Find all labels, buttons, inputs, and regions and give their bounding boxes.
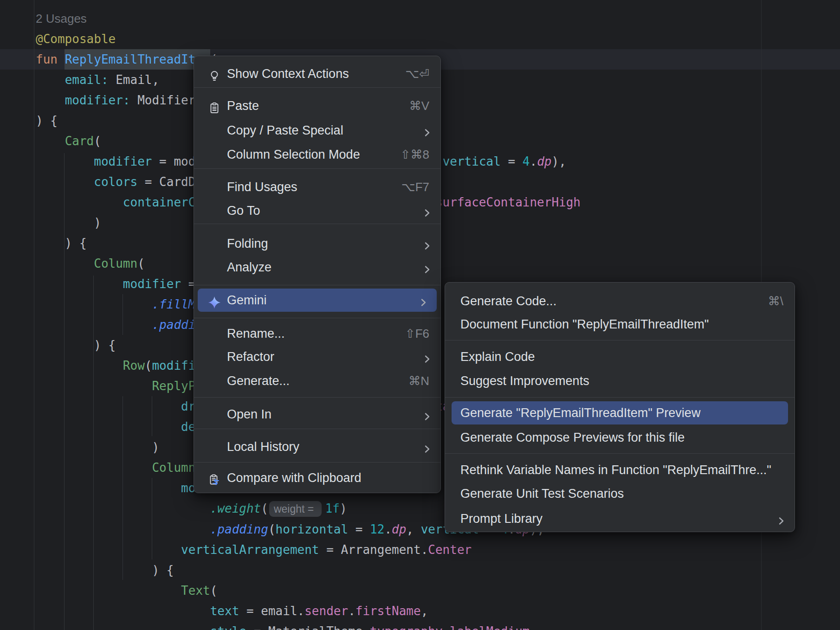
menu-item-analyze[interactable]: Analyze [194, 255, 440, 279]
menu-item-shortcut: ⇧⌘8 [401, 142, 429, 167]
code-token [36, 277, 123, 291]
code-token [36, 297, 152, 311]
code-token: style [210, 624, 246, 630]
menu-item-label: Folding [227, 231, 268, 256]
code-token: ), [551, 154, 566, 168]
code-token: , [406, 522, 420, 536]
menu-item-compare-with-clipboard[interactable]: Compare with Clipboard [194, 466, 440, 490]
chevron-right-icon [420, 237, 434, 251]
code-token [36, 195, 123, 209]
menu-item-generate[interactable]: Generate...⌘N [194, 369, 440, 393]
menu-item-open-in[interactable]: Open In [194, 402, 440, 426]
menu-separator [445, 340, 795, 341]
code-token: = Arrangement. [319, 543, 428, 557]
code-token: 12 [370, 522, 384, 536]
menu-item-show-context-actions[interactable]: Show Context Actions⌥⏎ [194, 62, 440, 86]
code-token: Column [94, 257, 137, 270]
code-token [36, 399, 181, 413]
menu-item-generate-compose-previews[interactable]: Generate Compose Previews for this file [445, 425, 795, 450]
menu-separator [194, 429, 440, 429]
chevron-right-icon [420, 440, 434, 454]
code-token: ) { [36, 236, 87, 250]
code-token: = email. [239, 604, 304, 618]
menu-item-generate-preview[interactable]: Generate "ReplyEmailThreadItem" Preview [452, 401, 788, 424]
menu-item-label: Gemini [227, 289, 267, 312]
menu-separator [445, 397, 795, 398]
menu-separator [194, 224, 440, 224]
code-token: Card [65, 134, 94, 148]
code-token [36, 522, 210, 536]
lightbulb-icon [207, 67, 221, 81]
gemini-star-icon [207, 294, 221, 308]
menu-item-label: Refactor [227, 345, 274, 369]
menu-item-label: Compare with Clipboard [227, 466, 362, 490]
code-token: ( [261, 501, 268, 515]
menu-item-folding[interactable]: Folding [194, 231, 440, 256]
code-token: . [348, 604, 355, 618]
code-token: Email, [109, 73, 160, 87]
code-token: modifier [123, 277, 181, 291]
menu-item-label: Analyze [227, 255, 271, 279]
menu-item-prompt-library[interactable]: Prompt Library [445, 507, 795, 531]
menu-item-generate-unit-test-scenarios[interactable]: Generate Unit Test Scenarios [445, 482, 795, 506]
code-token: Text [181, 584, 210, 598]
menu-item-document-function[interactable]: Document Function "ReplyEmailThreadItem" [445, 312, 795, 336]
menu-item-label: Column Selection Mode [227, 142, 360, 167]
menu-item-rename[interactable]: Rename...⇧F6 [194, 321, 440, 346]
menu-item-label: Generate Code... [460, 289, 556, 313]
menu-item-shortcut: ⌘V [409, 94, 429, 118]
code-token [36, 257, 94, 270]
menu-item-shortcut: ⌘N [408, 369, 429, 393]
code-token [36, 318, 152, 332]
code-token [36, 93, 65, 107]
code-token: colors [94, 175, 137, 189]
menu-item-shortcut: ⇧F6 [405, 321, 429, 346]
code-token [36, 420, 181, 434]
code-token: vertical [443, 154, 501, 168]
menu-item-go-to[interactable]: Go To [194, 199, 440, 223]
code-token: dp [537, 154, 551, 168]
menu-item-generate-code[interactable]: Generate Code...⌘\ [445, 289, 795, 313]
menu-item-suggest-improvements[interactable]: Suggest Improvements [445, 369, 795, 393]
code-token: text [210, 604, 239, 618]
menu-item-explain-code[interactable]: Explain Code [445, 345, 795, 369]
menu-separator [194, 87, 440, 88]
code-token: . [384, 522, 392, 536]
code-token: email: [65, 73, 109, 87]
menu-item-shortcut: ⌘\ [768, 289, 783, 313]
menu-separator [194, 318, 440, 318]
code-token: 4 [523, 154, 530, 168]
menu-separator [445, 453, 795, 454]
chevron-right-icon [420, 260, 434, 274]
code-token: = [348, 522, 370, 536]
chevron-right-icon [420, 204, 434, 218]
code-token: ( [94, 134, 101, 148]
code-token [36, 175, 94, 189]
code-token [36, 73, 65, 87]
code-token: ) { [36, 114, 58, 128]
menu-separator [194, 397, 440, 398]
menu-item-local-history[interactable]: Local History [194, 435, 440, 459]
code-token: Row [123, 359, 145, 373]
code-token: ( [145, 359, 152, 373]
menu-item-gemini[interactable]: Gemini [198, 289, 437, 312]
code-token: verticalArrangement [181, 543, 319, 557]
menu-item-label: Suggest Improvements [460, 369, 589, 393]
menu-item-rethink-variable-names[interactable]: Rethink Variable Names in Function "Repl… [445, 458, 795, 482]
menu-item-column-selection-mode[interactable]: Column Selection Mode⇧⌘8 [194, 142, 440, 167]
menu-item-copy-paste-special[interactable]: Copy / Paste Special [194, 118, 440, 142]
code-token: , [421, 604, 428, 618]
code-token: Center [428, 543, 472, 557]
code-token: ( [210, 584, 218, 598]
code-token: = MaterialTheme. [246, 624, 370, 630]
code-token [36, 501, 210, 515]
code-token: sender [304, 604, 348, 618]
code-token [36, 359, 123, 373]
code-token: dp [392, 522, 406, 536]
code-token: . [530, 154, 537, 168]
code-token: ) [36, 440, 159, 454]
menu-item-find-usages[interactable]: Find Usages⌥F7 [194, 175, 440, 199]
menu-item-shortcut: ⌥F7 [401, 175, 429, 199]
menu-item-refactor[interactable]: Refactor [194, 345, 440, 369]
menu-item-paste[interactable]: Paste⌘V [194, 94, 440, 118]
